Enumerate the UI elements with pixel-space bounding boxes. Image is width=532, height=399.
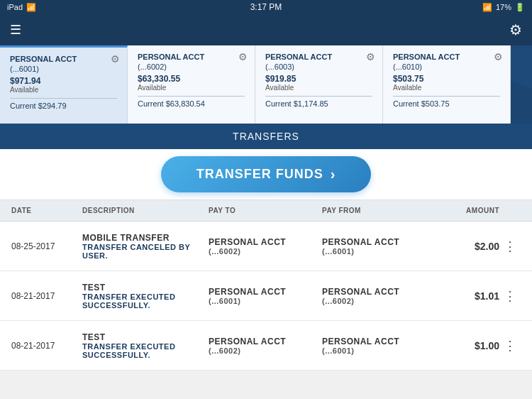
account-current-2: Current $63,830.54 [138, 99, 245, 108]
col-header-payto: PAY TO [209, 207, 322, 214]
row-more-button-1[interactable]: ⋮ [499, 239, 521, 254]
account-available-3: Available [265, 84, 372, 92]
account-card-3[interactable]: ⚙ PERSONAL ACCT (...6003) $919.85 Availa… [255, 45, 383, 124]
account-balance-3: $919.85 [265, 74, 372, 84]
account-balance-1: $971.94 [10, 76, 117, 86]
account-current-1: Current $294.79 [10, 102, 117, 110]
account-name-2: PERSONAL ACCT [138, 53, 245, 61]
row-payfrom-2: PERSONAL ACCT (...6002) [322, 287, 436, 305]
row-desc-3: test Transfer executed successfully. [82, 332, 209, 359]
nav-bar: ☰ ⚙ [0, 14, 532, 45]
row-date-1: 08-25-2017 [11, 241, 82, 251]
account-name-4: PERSONAL ACCT [393, 53, 500, 61]
account-number-4: (...6010) [393, 62, 500, 71]
chevron-right-icon: › [331, 166, 336, 182]
transfers-title: TRANSFERS [233, 131, 299, 142]
table-row: 08-21-2017 test Transfer executed succes… [0, 271, 532, 321]
account-current-4: Current $503.75 [393, 99, 500, 108]
battery-label: 17% [496, 3, 511, 11]
transfers-section-header: TRANSFERS [0, 124, 532, 149]
account-divider-3 [265, 96, 372, 97]
transfer-button-area: TRANSFER FUNDS › [0, 149, 532, 200]
col-header-payfrom: PAY FROM [322, 207, 436, 214]
row-desc-title-1: Mobile Transfer [82, 233, 209, 243]
col-header-date: DATE [11, 207, 82, 214]
status-left: iPad 📶 [7, 3, 36, 12]
status-bar: iPad 📶 3:17 PM 📶 17% 🔋 [0, 0, 532, 14]
row-payto-2: PERSONAL ACCT (...6001) [209, 287, 322, 305]
account-current-3: Current $1,174.85 [265, 99, 372, 108]
accounts-area: ⚙ PERSONAL ACCT (...6001) $971.94 Availa… [0, 45, 532, 124]
account-divider-1 [10, 98, 117, 99]
col-header-amount: AMOUNT [436, 207, 499, 214]
account-gear-icon-2[interactable]: ⚙ [238, 51, 248, 62]
table-row: 08-21-2017 test Transfer executed succes… [0, 321, 532, 371]
bluetooth-icon: 📶 [482, 3, 492, 12]
settings-icon[interactable]: ⚙ [509, 21, 522, 38]
account-divider-4 [393, 96, 500, 97]
row-payfrom-num-1: (...6001) [322, 247, 436, 256]
row-desc-title-3: test [82, 332, 209, 342]
row-date-2: 08-21-2017 [11, 291, 82, 301]
account-card-1[interactable]: ⚙ PERSONAL ACCT (...6001) $971.94 Availa… [0, 45, 128, 124]
row-desc-status-2: Transfer executed successfully. [82, 293, 209, 310]
row-payto-num-3: (...6002) [209, 346, 322, 355]
account-number-1: (...6001) [10, 65, 117, 73]
account-available-4: Available [393, 84, 500, 92]
account-available-2: Available [138, 84, 245, 92]
device-label: iPad [7, 3, 23, 11]
row-amount-2: $1.01 [436, 290, 499, 302]
status-time: 3:17 PM [250, 2, 282, 12]
row-desc-status-1: Transfer Canceled by User. [82, 243, 209, 260]
row-desc-1: Mobile Transfer Transfer Canceled by Use… [82, 233, 209, 260]
account-number-2: (...6002) [138, 62, 245, 71]
account-gear-icon-4[interactable]: ⚙ [494, 51, 503, 62]
row-payfrom-name-3: PERSONAL ACCT [322, 337, 436, 346]
row-amount-1: $2.00 [436, 241, 499, 252]
account-balance-4: $503.75 [393, 74, 500, 84]
row-payfrom-num-3: (...6001) [322, 346, 436, 355]
row-payfrom-name-2: PERSONAL ACCT [322, 287, 436, 297]
account-gear-icon-1[interactable]: ⚙ [111, 53, 120, 65]
transfer-funds-button[interactable]: TRANSFER FUNDS › [161, 156, 372, 192]
account-name-1: PERSONAL ACCT [10, 55, 117, 63]
account-name-3: PERSONAL ACCT [265, 53, 372, 61]
battery-icon: 🔋 [515, 3, 525, 12]
menu-icon[interactable]: ☰ [10, 22, 21, 38]
row-payto-num-2: (...6001) [209, 297, 322, 305]
row-more-button-2[interactable]: ⋮ [499, 288, 521, 304]
row-more-button-3[interactable]: ⋮ [499, 338, 521, 354]
row-desc-status-3: Transfer executed successfully. [82, 342, 209, 359]
row-payto-3: PERSONAL ACCT (...6002) [209, 337, 322, 355]
row-payto-name-1: PERSONAL ACCT [209, 237, 322, 247]
row-payto-1: PERSONAL ACCT (...6002) [209, 237, 322, 256]
row-desc-title-2: test [82, 283, 209, 293]
account-gear-icon-3[interactable]: ⚙ [366, 51, 375, 62]
row-payfrom-3: PERSONAL ACCT (...6001) [322, 337, 436, 355]
account-divider-2 [138, 96, 245, 97]
table-row: 08-25-2017 Mobile Transfer Transfer Canc… [0, 222, 532, 271]
status-right: 📶 17% 🔋 [482, 3, 525, 12]
row-payfrom-name-1: PERSONAL ACCT [322, 237, 436, 247]
row-date-3: 08-21-2017 [11, 341, 82, 351]
account-number-3: (...6003) [265, 62, 372, 71]
account-card-2[interactable]: ⚙ PERSONAL ACCT (...6002) $63,330.55 Ava… [128, 45, 255, 124]
col-header-description: DESCRIPTION [82, 207, 209, 214]
row-payto-num-1: (...6002) [209, 247, 322, 256]
account-balance-2: $63,330.55 [138, 74, 245, 84]
account-card-4[interactable]: ⚙ PERSONAL ACCT (...6010) $503.75 Availa… [383, 45, 511, 124]
transfer-funds-label: TRANSFER FUNDS [196, 167, 323, 182]
row-payto-name-2: PERSONAL ACCT [209, 287, 322, 297]
row-desc-2: test Transfer executed successfully. [82, 283, 209, 310]
wifi-icon: 📶 [26, 3, 36, 12]
account-available-1: Available [10, 86, 117, 94]
row-payfrom-num-2: (...6002) [322, 297, 436, 305]
row-payfrom-1: PERSONAL ACCT (...6001) [322, 237, 436, 256]
table-header: DATE DESCRIPTION PAY TO PAY FROM AMOUNT [0, 200, 532, 222]
row-amount-3: $1.00 [436, 340, 499, 351]
row-payto-name-3: PERSONAL ACCT [209, 337, 322, 346]
